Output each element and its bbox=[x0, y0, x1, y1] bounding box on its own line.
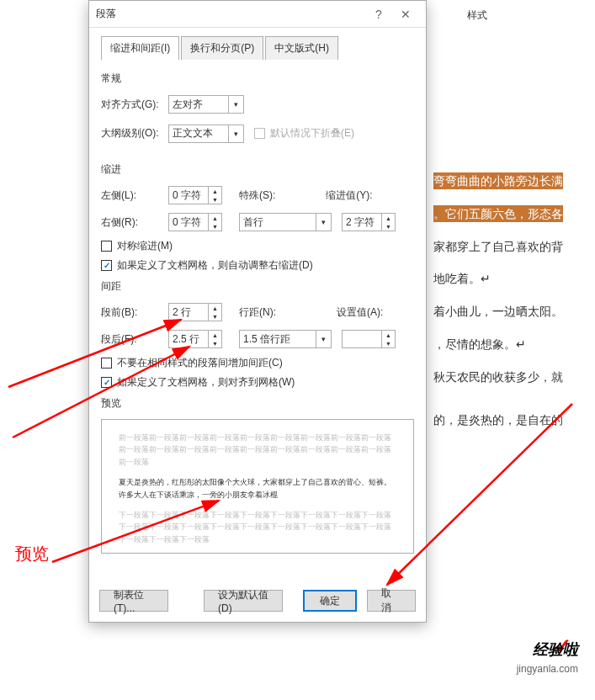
left-indent-spinner[interactable]: 0 字符 ▲▼ bbox=[168, 186, 222, 204]
ribbon-styles-label: 样式 bbox=[467, 8, 487, 23]
spin-down-icon[interactable]: ▼ bbox=[382, 339, 395, 347]
snap-grid-checkbox[interactable] bbox=[101, 377, 112, 388]
doc-line: 地吃着。↵ bbox=[433, 266, 595, 292]
outline-select[interactable]: 正文文本 ▾ bbox=[168, 125, 244, 143]
doc-line: 的，是炎热的，是自在的 bbox=[433, 407, 595, 433]
space-before-spinner[interactable]: 2 行 ▲▼ bbox=[168, 303, 222, 321]
spin-down-icon[interactable]: ▼ bbox=[382, 222, 395, 231]
outline-value: 正文文本 bbox=[173, 126, 213, 141]
right-indent-spinner[interactable]: 0 字符 ▲▼ bbox=[168, 213, 222, 231]
doc-line: 秋天农民的收获多少，就 bbox=[433, 364, 595, 390]
chevron-down-icon: ▾ bbox=[316, 331, 331, 347]
set-value-spinner[interactable]: ▲▼ bbox=[342, 330, 396, 348]
set-value-label: 设置值(A): bbox=[337, 305, 383, 320]
set-default-button[interactable]: 设为默认值(D) bbox=[204, 590, 283, 612]
dialog-title: 段落 bbox=[96, 7, 365, 21]
collapse-checkbox bbox=[254, 128, 265, 139]
tab-line-page-breaks[interactable]: 换行和分页(P) bbox=[181, 36, 263, 60]
no-space-checkbox[interactable] bbox=[101, 358, 112, 369]
space-before-label: 段前(B): bbox=[101, 305, 168, 320]
line-spacing-value: 1.5 倍行距 bbox=[243, 332, 290, 347]
mirror-indent-checkbox[interactable] bbox=[101, 241, 112, 252]
spin-up-icon[interactable]: ▲ bbox=[209, 187, 221, 195]
alignment-value: 左对齐 bbox=[173, 98, 203, 112]
doc-line: ，尽情的想象。↵ bbox=[433, 331, 595, 358]
section-indent: 缩进 bbox=[101, 162, 414, 177]
watermark-url: jingyanla.com bbox=[517, 663, 578, 675]
tabs-button[interactable]: 制表位(T)... bbox=[99, 590, 168, 612]
section-spacing: 间距 bbox=[101, 279, 414, 294]
dialog-tabs: 缩进和间距(I) 换行和分页(P) 中文版式(H) bbox=[101, 36, 414, 60]
chevron-down-icon: ▾ bbox=[316, 214, 331, 231]
alignment-label: 对齐方式(G): bbox=[101, 98, 168, 112]
doc-line: 家都穿上了自己喜欢的背 bbox=[433, 234, 595, 260]
spin-up-icon[interactable]: ▲ bbox=[209, 331, 221, 339]
ok-button[interactable]: 确定 bbox=[303, 590, 357, 612]
spin-down-icon[interactable]: ▼ bbox=[209, 339, 221, 347]
section-preview: 预览 bbox=[101, 396, 414, 411]
preview-before: 前一段落前一段落前一段落前一段落前一段落前一段落前一段落前一段落前一段落前一段落… bbox=[119, 432, 396, 468]
spin-up-icon[interactable]: ▲ bbox=[382, 331, 395, 339]
dialog-titlebar: 段落 ? ✕ bbox=[89, 1, 426, 28]
space-before-value: 2 行 bbox=[173, 305, 191, 320]
mirror-indent-label: 对称缩进(M) bbox=[117, 239, 173, 253]
alignment-select[interactable]: 左对齐 ▾ bbox=[168, 95, 244, 114]
indent-value-spinner[interactable]: 2 字符 ▲▼ bbox=[342, 213, 396, 231]
special-label: 特殊(S): bbox=[239, 188, 275, 203]
doc-line: 着小曲儿，一边晒太阳。 bbox=[433, 299, 595, 325]
spin-up-icon[interactable]: ▲ bbox=[382, 214, 395, 222]
left-indent-value: 0 字符 bbox=[173, 188, 201, 203]
tab-asian-typography[interactable]: 中文版式(H) bbox=[265, 36, 338, 60]
outline-label: 大纲级别(O): bbox=[101, 126, 168, 141]
special-value: 首行 bbox=[243, 215, 263, 230]
line-spacing-label: 行距(N): bbox=[239, 305, 276, 320]
section-general: 常规 bbox=[101, 72, 414, 86]
right-indent-value: 0 字符 bbox=[173, 215, 201, 230]
special-select[interactable]: 首行 ▾ bbox=[239, 213, 332, 231]
help-button[interactable]: ? bbox=[365, 3, 392, 26]
auto-adjust-checkbox[interactable] bbox=[101, 260, 112, 271]
spin-down-icon[interactable]: ▼ bbox=[209, 222, 221, 231]
no-space-label: 不要在相同样式的段落间增加间距(C) bbox=[117, 356, 283, 370]
spin-down-icon[interactable]: ▼ bbox=[209, 195, 221, 204]
cancel-button[interactable]: 取消 bbox=[367, 590, 416, 612]
close-button[interactable]: ✕ bbox=[392, 3, 419, 26]
spin-down-icon[interactable]: ▼ bbox=[209, 312, 221, 321]
snap-grid-label: 如果定义了文档网格，则对齐到网格(W) bbox=[117, 375, 295, 390]
document-background: 弯弯曲曲的小路旁边长满 。它们五颜六色，形态各 家都穿上了自己喜欢的背 地吃着。… bbox=[433, 168, 595, 439]
paragraph-dialog: 段落 ? ✕ 缩进和间距(I) 换行和分页(P) 中文版式(H) 常规 对齐方式… bbox=[88, 0, 427, 623]
line-spacing-select[interactable]: 1.5 倍行距 ▾ bbox=[239, 330, 332, 348]
preview-after: 下一段落下一段落下一段落下一段落下一段落下一段落下一段落下一段落下一段落下一段落… bbox=[119, 509, 396, 545]
left-indent-label: 左侧(L): bbox=[101, 188, 168, 203]
indent-value-value: 2 字符 bbox=[346, 215, 375, 230]
annotation-preview-label: 预览 bbox=[15, 543, 49, 565]
brand-text: 经验啦 bbox=[533, 639, 578, 660]
chevron-down-icon: ▾ bbox=[228, 96, 243, 113]
tab-indent-spacing[interactable]: 缩进和间距(I) bbox=[101, 36, 179, 60]
space-after-value: 2.5 行 bbox=[173, 332, 199, 347]
doc-highlight: 。它们五颜六色，形态各 bbox=[433, 205, 563, 222]
doc-highlight: 弯弯曲曲的小路旁边长满 bbox=[433, 172, 563, 189]
space-after-label: 段后(F): bbox=[101, 332, 168, 347]
spin-up-icon[interactable]: ▲ bbox=[209, 214, 221, 222]
collapse-label: 默认情况下折叠(E) bbox=[270, 126, 354, 141]
space-after-spinner[interactable]: 2.5 行 ▲▼ bbox=[168, 330, 222, 348]
auto-adjust-label: 如果定义了文档网格，则自动调整右缩进(D) bbox=[117, 258, 313, 273]
spin-up-icon[interactable]: ▲ bbox=[209, 304, 221, 312]
right-indent-label: 右侧(R): bbox=[101, 215, 168, 230]
indent-value-label: 缩进值(Y): bbox=[326, 188, 372, 203]
chevron-down-icon: ▾ bbox=[228, 125, 243, 142]
preview-box: 前一段落前一段落前一段落前一段落前一段落前一段落前一段落前一段落前一段落前一段落… bbox=[101, 419, 414, 554]
preview-main: 夏天是炎热的，红彤彤的太阳像个大火球，大家都穿上了自己喜欢的背心、短裤。许多大人… bbox=[119, 476, 396, 501]
